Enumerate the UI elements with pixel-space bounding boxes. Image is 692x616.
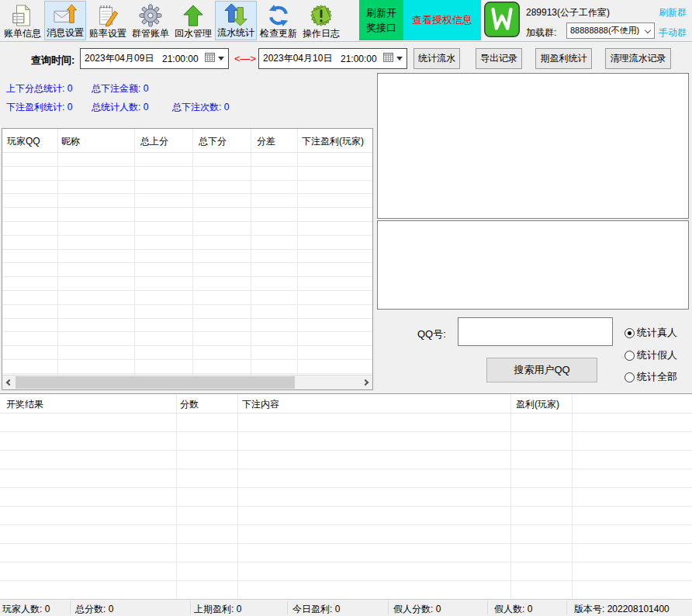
toolbar-button-label: 赔率设置 xyxy=(89,28,126,39)
summary-item: 总下注金额: 0 xyxy=(92,82,148,95)
query-time-label: 查询时间: xyxy=(31,54,74,67)
summary-item: 总统计人数: 0 xyxy=(92,101,148,114)
bill-info-icon xyxy=(11,2,34,28)
radio-label: 统计真人 xyxy=(637,326,677,340)
toolbar-button-label: 回水管理 xyxy=(175,28,212,39)
status-divider xyxy=(388,601,389,614)
view-auth-button[interactable]: 查看授权信息 xyxy=(403,0,481,40)
radio-circle-icon[interactable] xyxy=(625,351,635,361)
toolbar-button-check-update[interactable]: 检查更新 xyxy=(258,1,299,40)
result-table-header: 开奖结果分数下注内容盈利(玩家) xyxy=(0,394,692,414)
scroll-right-arrow[interactable] xyxy=(359,375,372,389)
toolbar-button-label: 账单信息 xyxy=(4,28,41,39)
start-date-value: 2023年04月09日 xyxy=(85,52,162,65)
qq-number-input[interactable] xyxy=(458,317,613,346)
status-divider xyxy=(287,601,288,614)
calendar-icon xyxy=(383,53,393,64)
column-header: 下注盈利(玩家) xyxy=(302,135,364,148)
manual-group-link[interactable]: 手动群 xyxy=(659,26,687,40)
column-header: 昵称 xyxy=(61,135,80,148)
toolbar-button-flow-stats[interactable]: 流水统计 xyxy=(215,1,257,40)
rebate-manage-icon xyxy=(182,2,205,28)
radio-label: 统计全部 xyxy=(637,370,677,384)
app-logo[interactable] xyxy=(483,2,521,39)
radio-stat-all[interactable]: 统计全部 xyxy=(625,370,677,384)
toolbar: 账单信息消息设置赔率设置群管账单回水管理流水统计检查更新操作日志 刷新开奖接口 … xyxy=(0,0,692,42)
status-bar: 玩家人数: 0总分数: 0上期盈利: 0今日盈利: 0假人分数: 0假人数: 0… xyxy=(0,599,692,616)
player-table: 玩家QQ昵称总上分总下分分差下注盈利(玩家) xyxy=(2,128,373,390)
account-id: 289913(公子工作室) xyxy=(526,6,610,19)
column-divider xyxy=(572,394,573,599)
column-header: 盈利(玩家) xyxy=(516,398,559,411)
load-group-select[interactable]: 88888888(不使用) xyxy=(566,22,655,39)
column-header: 总上分 xyxy=(140,135,168,148)
status-divider xyxy=(487,601,488,614)
w-logo-icon xyxy=(483,2,521,40)
period-profit-button[interactable]: 期盈利统计 xyxy=(535,48,592,69)
stat-flow-button[interactable]: 统计流水 xyxy=(413,48,460,69)
message-settings-icon xyxy=(54,2,77,27)
result-table-body[interactable] xyxy=(0,414,692,599)
column-divider xyxy=(176,394,177,599)
refresh-lottery-button[interactable]: 刷新开奖接口 xyxy=(359,0,403,40)
status-item: 总分数: 0 xyxy=(75,603,113,616)
column-divider xyxy=(510,394,511,599)
check-update-icon xyxy=(267,2,290,28)
summary-item: 上下分总统计: 0 xyxy=(6,82,72,95)
chevron-down-icon xyxy=(645,27,651,33)
column-divider xyxy=(134,129,135,375)
result-table: 开奖结果分数下注内容盈利(玩家) xyxy=(0,393,692,599)
summary-item: 下注盈利统计: 0 xyxy=(6,101,72,114)
info-panel-top[interactable] xyxy=(377,73,689,219)
toolbar-button-message-settings[interactable]: 消息设置 xyxy=(44,1,86,40)
start-time-value: 21:00:00 xyxy=(162,54,199,64)
scroll-thumb[interactable] xyxy=(16,376,295,389)
start-datetime-picker[interactable]: 2023年04月09日 21:00:00 xyxy=(80,48,229,69)
calendar-icon xyxy=(205,53,215,64)
status-divider xyxy=(70,601,71,614)
radio-label: 统计假人 xyxy=(637,348,677,362)
export-records-button[interactable]: 导出记录 xyxy=(476,48,522,69)
status-item: 上期盈利: 0 xyxy=(194,603,241,616)
toolbar-button-label: 消息设置 xyxy=(47,27,84,38)
dropdown-arrow-icon[interactable] xyxy=(396,57,403,61)
column-divider xyxy=(251,129,251,375)
app-window: 账单信息消息设置赔率设置群管账单回水管理流水统计检查更新操作日志 刷新开奖接口 … xyxy=(0,0,692,616)
status-divider xyxy=(566,601,567,614)
toolbar-button-odds-settings[interactable]: 赔率设置 xyxy=(87,1,129,40)
toolbar-button-label: 检查更新 xyxy=(260,28,297,39)
load-group-label: 加载群: xyxy=(526,26,556,40)
toolbar-button-bill-info[interactable]: 账单信息 xyxy=(2,1,43,40)
toolbar-button-rebate-manage[interactable]: 回水管理 xyxy=(172,1,214,40)
search-user-qq-button[interactable]: 搜索用户QQ xyxy=(486,358,597,382)
refresh-group-link[interactable]: 刷新群 xyxy=(659,6,687,19)
scroll-left-arrow[interactable] xyxy=(2,375,16,389)
column-divider xyxy=(237,394,238,599)
column-header: 总下分 xyxy=(199,135,227,148)
end-time-value: 21:00:00 xyxy=(341,54,377,64)
dropdown-arrow-icon[interactable] xyxy=(218,57,224,61)
end-datetime-picker[interactable]: 2023年04月10日 21:00:00 xyxy=(258,48,407,69)
column-header: 分数 xyxy=(180,398,199,411)
toolbar-button-label: 群管账单 xyxy=(132,28,169,39)
column-divider xyxy=(192,129,193,375)
radio-circle-icon[interactable] xyxy=(625,328,635,338)
radio-stat-fake[interactable]: 统计假人 xyxy=(625,348,677,362)
toolbar-button-operation-log[interactable]: 操作日志 xyxy=(300,1,342,40)
h-scrollbar[interactable] xyxy=(2,375,372,389)
info-panel-bottom[interactable] xyxy=(377,220,689,310)
clear-flow-button[interactable]: 清理流水记录 xyxy=(605,48,671,69)
status-item: 今日盈利: 0 xyxy=(292,603,340,616)
radio-circle-icon[interactable] xyxy=(625,372,635,382)
toolbar-button-group-manage-bill[interactable]: 群管账单 xyxy=(130,1,171,40)
column-divider xyxy=(57,129,58,375)
toolbar-button-label: 操作日志 xyxy=(303,28,340,39)
column-divider xyxy=(297,129,298,375)
status-divider xyxy=(190,601,191,614)
status-item: 玩家人数: 0 xyxy=(2,603,50,616)
status-item: 假人数: 0 xyxy=(494,603,532,616)
column-header: 分差 xyxy=(257,135,275,148)
load-group-value: 88888888(不使用) xyxy=(570,25,639,36)
date-range-arrow: <—> xyxy=(232,53,258,64)
radio-stat-real[interactable]: 统计真人 xyxy=(625,326,677,340)
